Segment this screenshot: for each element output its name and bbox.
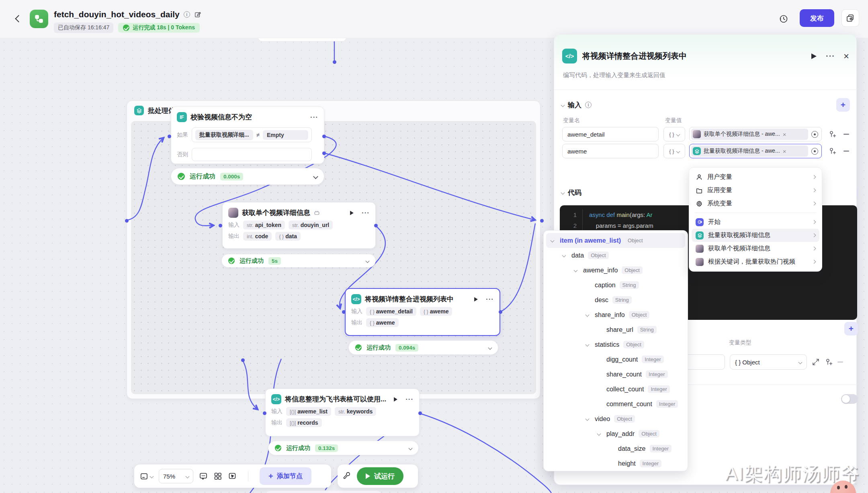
tree-row[interactable]: collect_countInteger [546, 382, 685, 397]
open-panel-button[interactable] [841, 9, 859, 27]
if-condition[interactable]: 批量获取视频详细... ≠ Empty [192, 127, 312, 142]
chevron-down-icon[interactable] [586, 343, 595, 346]
tree-row[interactable]: share_urlString [546, 322, 685, 337]
add-output-button[interactable]: + [844, 322, 858, 335]
condition-left-tag[interactable]: 批量获取视频详细... [195, 130, 253, 140]
zoom-select[interactable]: 75% [159, 469, 193, 483]
single-video-run-status[interactable]: 运行成功 5s [221, 254, 376, 268]
chevron-down-icon[interactable] [551, 239, 560, 242]
expand-icon[interactable] [812, 358, 820, 366]
comment-icon[interactable] [199, 472, 208, 481]
condition-right-tag[interactable]: Empty [263, 130, 308, 140]
node-run-icon[interactable] [350, 211, 354, 215]
port-dot[interactable] [418, 411, 422, 415]
publish-button[interactable]: 发布 [800, 9, 834, 27]
if-node[interactable]: IF 校验视频信息不为空 ··· 如果 批量获取视频详细... ≠ Empty … [171, 106, 324, 164]
port-dot[interactable] [219, 224, 222, 227]
chevron-down-icon[interactable] [598, 432, 606, 435]
target-icon[interactable] [811, 148, 818, 155]
tree-row[interactable]: share_countInteger [546, 367, 685, 382]
if-run-status[interactable]: 运行成功 0.000s [171, 168, 324, 185]
port-dot[interactable] [168, 135, 171, 138]
code-node-run-status[interactable]: 运行成功 0.094s [348, 340, 498, 355]
layout-icon[interactable] [213, 472, 222, 481]
chevron-down-icon[interactable] [586, 313, 595, 316]
link-add-icon[interactable] [828, 130, 836, 138]
port-dot[interactable] [263, 411, 266, 415]
tree-row[interactable]: captionString [546, 278, 685, 293]
wrench-icon[interactable] [342, 472, 351, 481]
history-button[interactable] [776, 11, 792, 27]
port-dot[interactable] [125, 219, 129, 223]
tree-row[interactable]: comment_countInteger [546, 397, 685, 411]
else-condition[interactable] [192, 148, 312, 161]
node-run-icon[interactable] [394, 397, 397, 401]
type-brace-select[interactable]: { } [663, 127, 685, 141]
link-add-icon[interactable] [828, 147, 836, 155]
single-video-node[interactable]: 获取单个视频详细信息 ··· 输入str.api_tokenstr.douyin… [222, 202, 376, 249]
feishu-run-status[interactable]: 运行成功 0.132s [268, 441, 419, 455]
node-menu-icon[interactable]: ··· [486, 295, 494, 303]
tree-row[interactable]: aweme_infoObject [546, 263, 685, 278]
run-complete-badge[interactable]: 运行完成 18s | 0 Tokens [118, 23, 200, 33]
dropdown-item[interactable]: 根据关键词，批量获取热门视频 [692, 255, 819, 268]
offscreen-node-bottom[interactable] [266, 490, 381, 493]
output-type-select[interactable]: { } Object [730, 354, 807, 370]
port-dot[interactable] [540, 219, 544, 223]
run-node-button[interactable] [811, 53, 817, 59]
chevron-down-icon[interactable] [313, 174, 318, 179]
dropdown-item[interactable]: 用户变量 [692, 170, 819, 184]
chevron-down-icon[interactable] [488, 346, 492, 350]
input-name-field[interactable]: aweme [562, 144, 659, 158]
dropdown-item[interactable]: 应用变量 [692, 184, 819, 197]
tree-row[interactable]: data_sizeInteger [546, 441, 685, 456]
tree-row[interactable]: heightInteger [546, 456, 685, 471]
port-dot[interactable] [342, 310, 346, 314]
input-value-ref[interactable]: 获取单个视频详细信息 - awe... × [689, 127, 822, 141]
link-add-icon[interactable] [825, 358, 833, 366]
code-node-selected[interactable]: </> 将视频详情整合进视频列表中 ··· 输入{ }aweme_detail{… [345, 288, 500, 336]
chevron-down-icon[interactable] [574, 269, 583, 272]
tree-row[interactable]: statisticsObject [546, 337, 685, 352]
type-brace-select[interactable]: { } [663, 144, 685, 158]
tree-row[interactable]: dataObject [546, 248, 685, 263]
input-name-field[interactable]: aweme_detail [562, 127, 659, 141]
tree-row[interactable]: digg_countInteger [546, 352, 685, 367]
node-run-icon[interactable] [474, 297, 478, 301]
close-icon[interactable]: × [843, 51, 849, 62]
chevron-down-icon[interactable] [366, 259, 370, 263]
view-mode-button[interactable] [140, 472, 153, 481]
back-button[interactable] [15, 15, 22, 22]
collapse-icon[interactable] [561, 103, 565, 107]
clear-icon[interactable]: × [783, 131, 786, 138]
toggle-switch-off[interactable] [841, 394, 858, 404]
port-dot[interactable] [241, 358, 245, 362]
chevron-down-icon[interactable] [409, 446, 413, 450]
tree-row[interactable]: share_infoObject [546, 307, 685, 322]
remove-row-icon[interactable] [843, 151, 849, 151]
operator[interactable]: ≠ [256, 131, 260, 138]
node-menu-icon[interactable]: ··· [310, 113, 318, 121]
tree-row[interactable]: item (in aweme_list)Object [546, 233, 685, 248]
remove-row-icon[interactable] [837, 362, 843, 362]
dropdown-item[interactable]: 系统变量 [692, 197, 819, 210]
feishu-node[interactable]: </> 将信息整理为飞书表格可以使用... ··· 输入[()]aweme_li… [265, 389, 420, 436]
port-dot[interactable] [322, 151, 326, 155]
tree-row[interactable]: videoObject [546, 411, 685, 426]
port-dot[interactable] [333, 60, 336, 64]
chevron-down-icon[interactable] [586, 417, 595, 420]
collapse-icon[interactable] [561, 191, 565, 195]
tree-row[interactable]: descString [546, 293, 685, 307]
port-dot[interactable] [499, 310, 502, 314]
edit-icon[interactable] [194, 11, 201, 18]
notes-icon[interactable] [228, 472, 237, 481]
info-icon[interactable]: i [184, 11, 190, 18]
dropdown-item[interactable]: 开始 [692, 215, 819, 229]
panel-menu-button[interactable]: ··· [826, 51, 835, 61]
tree-row[interactable]: play_addrObject [546, 426, 685, 441]
remove-row-icon[interactable] [843, 134, 849, 135]
dropdown-item[interactable]: 批量获取视频详细信息 [692, 229, 819, 242]
chevron-down-icon[interactable] [563, 254, 571, 257]
input-value-ref-active[interactable]: 批量获取视频详细信息 - awe... × [689, 144, 822, 158]
node-menu-icon[interactable]: ··· [405, 395, 414, 403]
